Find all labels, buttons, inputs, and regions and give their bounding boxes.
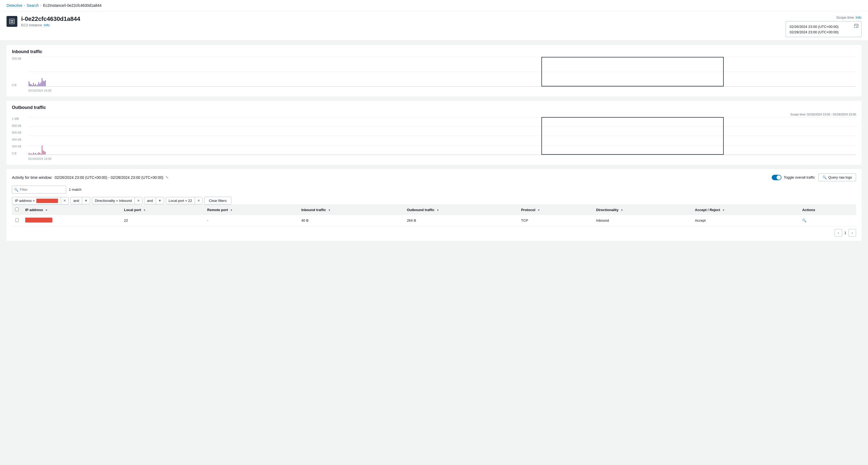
clear-filters-button[interactable]: Clear filters [204,197,231,205]
ob-y-2: 800 kB [12,124,27,127]
table-header: IP address ▼ Local port ▼ Remote port ▼ [12,205,856,215]
breadcrumb-detective[interactable]: Detective [6,3,22,8]
breadcrumb: Detective › Search › Ec2Instance/i-0e22c… [0,0,868,11]
page-header: i-0e22cfc4630d1a844 EC2 instance Info Sc… [0,11,868,41]
row-action-search-icon[interactable]: 🔍 [802,219,806,223]
scope-start-row: 02/26/2024 23:00 (UTC+00:00) › [789,24,858,29]
activity-section: Activity for time window: 02/26/2024 23:… [6,169,862,241]
toggle-overall-traffic[interactable] [772,175,781,180]
col-ip-address: IP address ▼ [22,205,121,215]
toggle-container: Toggle overall traffic [772,175,815,180]
col-actions: Actions [799,205,856,215]
match-count: 1 match [69,188,82,192]
outbound-scope-label: Scope time: 02/26/2024 23:00 - 02/28/202… [12,113,856,116]
ib-bar-5 [33,83,34,87]
filter-and-1: and ▼ [70,197,90,204]
filter-chip-ip-value: IP address = [12,197,61,204]
filter-chip-port-label: Local port = 22 [169,199,192,203]
table-header-row: IP address ▼ Local port ▼ Remote port ▼ [12,205,856,215]
sort-direction-icon[interactable]: ▼ [621,209,623,212]
svg-rect-2 [12,20,13,21]
sort-protocol-icon[interactable]: ▼ [537,209,540,212]
ib-bar-scope-4 [45,80,45,87]
ib-bar-8 [36,86,37,87]
breadcrumb-sep-2: › [40,3,41,7]
scope-time-label: Scope time Info [785,15,862,20]
edit-icon[interactable]: ✎ [165,175,169,180]
query-raw-logs-button[interactable]: 🔍 Query raw logs [818,173,856,181]
ib-bar-1 [29,81,29,87]
activity-actions: Toggle overall traffic 🔍 Query raw logs [772,173,856,181]
svg-rect-4 [12,22,13,23]
ob-bar-6 [34,154,35,155]
filter-and-1-arrow[interactable]: ▼ [82,197,90,204]
filter-chips: IP address = ✕ and ▼ Directionality = In… [12,197,856,205]
svg-rect-5 [855,24,858,28]
activity-header: Activity for time window: 02/26/2024 23:… [12,173,856,181]
pagination-next-button[interactable]: › [848,229,856,237]
scope-end: 02/28/2024 23:00 (UTC+00:00) [789,30,838,34]
col-accept-reject: Accept / Reject ▼ [692,205,799,215]
ob-bar-11 [40,153,40,155]
breadcrumb-search[interactable]: Search [27,3,38,8]
page-container: Detective › Search › Ec2Instance/i-0e22c… [0,0,868,465]
filter-chip-port-close[interactable]: ✕ [195,197,203,204]
ob-y-5: 200 kB [12,145,27,148]
sort-accept-icon[interactable]: ▼ [722,209,725,212]
outbound-chart-title: Outbound traffic [12,105,856,110]
filter-input[interactable] [12,186,66,194]
row-actions: 🔍 [799,215,856,226]
ib-bar-10 [38,82,39,87]
outbound-y-labels: 1 MB 800 kB 600 kB 400 kB 200 kB 0 B [12,117,27,160]
scope-info-link[interactable]: Info [856,15,862,20]
filter-and-1-text: and [70,197,82,204]
sort-inbound-icon[interactable]: ▼ [328,209,331,212]
inbound-chart-section: Inbound traffic 500 kB 0 B [6,45,862,97]
svg-rect-0 [9,19,14,24]
filter-chip-direction-value: Directionality = Inbound [92,197,134,204]
instance-icon [6,16,18,27]
header-checkbox-cell [12,205,22,215]
filter-chip-direction-label: Directionality = Inbound [95,199,132,203]
filter-search-icon: 🔍 [14,188,19,192]
activity-title: Activity for time window: 02/26/2024 23:… [12,175,169,180]
filter-and-2-arrow[interactable]: ▼ [156,197,164,204]
filter-chip-ip-close[interactable]: ✕ [61,197,68,204]
sort-ip-icon[interactable]: ▼ [45,209,48,212]
col-inbound-traffic: Inbound traffic ▼ [298,205,404,215]
pagination-prev-button[interactable]: ‹ [835,229,842,237]
sort-local-port-icon[interactable]: ▼ [143,209,146,212]
ob-bar-7 [35,153,36,155]
filter-and-2: and ▼ [144,197,164,204]
ob-bar-scope-3 [44,151,44,155]
row-checkbox[interactable] [15,219,19,222]
filter-bar: 🔍 1 match [12,186,856,194]
ib-bar-scope-1 [42,78,42,87]
calendar-icon[interactable] [854,24,859,29]
ob-bar-1 [29,153,29,155]
table-body: 22 - 40 B 264 B TCP Inbound Accept 🔍 [12,215,856,226]
inbound-y-bottom: 0 B [12,84,27,87]
filter-chip-direction-close[interactable]: ✕ [134,197,142,204]
filter-chip-ip: IP address = ✕ [12,197,69,205]
select-all-checkbox[interactable] [15,207,19,211]
inbound-chart-area [28,57,856,87]
table-row: 22 - 40 B 264 B TCP Inbound Accept 🔍 [12,215,856,226]
ob-bar-scope-4 [45,152,45,155]
ob-bar-4 [32,154,33,155]
col-protocol: Protocol ▼ [518,205,593,215]
outbound-chart-area [28,117,856,155]
instance-info-link[interactable]: Info [44,23,50,27]
inbound-y-labels: 500 kB 0 B [12,57,27,92]
ib-bar-scope-2 [43,81,43,87]
ob-bar-10 [38,152,39,155]
activity-time-window-text: Activity for time window: [12,175,52,180]
row-directionality: Inbound [593,215,692,226]
inbound-chart-title: Inbound traffic [12,49,856,54]
filter-chip-ip-label: IP address = [15,199,35,203]
sort-outbound-icon[interactable]: ▼ [436,209,439,212]
sort-remote-port-icon[interactable]: ▼ [230,209,233,212]
inbound-chart-wrapper: 500 kB 0 B [12,57,856,92]
scope-end-row: 02/28/2024 23:00 (UTC+00:00) [789,30,858,34]
row-accept-reject: Accept [692,215,799,226]
